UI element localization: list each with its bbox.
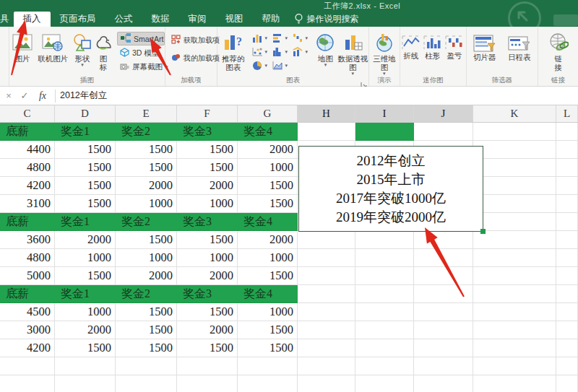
cell[interactable]: 奖金3 [177, 213, 238, 231]
cell[interactable] [116, 375, 177, 392]
cell[interactable]: 1500 [177, 141, 238, 159]
cell[interactable]: 4200 [0, 339, 55, 357]
cell[interactable]: 1500 [55, 159, 116, 177]
cancel-icon[interactable]: × [1, 90, 16, 101]
tab-formulas[interactable]: 公式 [105, 12, 142, 27]
cell[interactable]: 1500 [55, 267, 116, 285]
cell[interactable]: 1500 [238, 321, 298, 339]
cell[interactable] [556, 231, 578, 249]
column-header-F[interactable]: F [177, 105, 238, 122]
sparkline-line-button[interactable]: 折线 [400, 32, 422, 60]
cell[interactable]: 2000 [177, 177, 238, 195]
cell[interactable] [298, 267, 355, 285]
cell[interactable] [355, 231, 414, 249]
column-header-I[interactable]: I [355, 105, 414, 122]
timeline-button[interactable]: 日程表 [504, 32, 535, 61]
cell[interactable] [0, 357, 55, 375]
tab-insert[interactable]: 插入 [14, 12, 51, 27]
cell[interactable] [414, 339, 473, 357]
chart-type-pie-button[interactable]: ▾ [251, 58, 272, 72]
cell[interactable] [55, 375, 116, 392]
cell[interactable] [556, 249, 578, 267]
column-header-H[interactable]: H [298, 105, 355, 122]
cell[interactable]: 3600 [0, 231, 55, 249]
link-button[interactable]: 链 接 [545, 30, 571, 71]
cell[interactable] [556, 177, 578, 195]
online-pictures-button[interactable]: 联机图片 [35, 30, 71, 63]
column-header-G[interactable]: G [238, 105, 298, 122]
cell[interactable] [556, 267, 578, 285]
cell[interactable] [355, 303, 414, 321]
cell[interactable]: 1000 [238, 159, 298, 177]
pivot-chart-button[interactable]: 数据透视图 ▾ [337, 30, 368, 76]
cell[interactable]: 底薪 [0, 285, 55, 303]
3d-model-button[interactable]: 3D 模型 [117, 47, 165, 59]
my-addins-button[interactable]: 我的加载项 ▾ [168, 52, 217, 64]
cell[interactable]: 奖金2 [116, 123, 177, 141]
column-header-C[interactable]: C [0, 105, 55, 122]
recommended-charts-button[interactable]: ? 推荐的 图表 [217, 30, 249, 71]
cell[interactable] [556, 141, 578, 159]
chart-type-bar-button[interactable]: ▾ [272, 31, 292, 45]
cell[interactable] [298, 375, 355, 392]
cell[interactable] [238, 357, 298, 375]
cell[interactable] [556, 357, 578, 375]
fx-insert-function-icon[interactable]: fx [33, 90, 52, 102]
cell[interactable]: 1000 [116, 249, 177, 267]
cell[interactable]: 2000 [238, 141, 298, 159]
cell[interactable] [55, 357, 116, 375]
column-header-E[interactable]: E [116, 105, 177, 122]
cell[interactable]: 2000 [177, 321, 238, 339]
cell[interactable]: 1500 [116, 339, 177, 357]
cell[interactable] [355, 285, 414, 303]
cell[interactable] [473, 339, 556, 357]
cell[interactable] [414, 267, 473, 285]
cell[interactable]: 4800 [0, 249, 55, 267]
formula-input[interactable]: 2012年创立 [60, 90, 107, 102]
cell[interactable] [355, 339, 414, 357]
cell[interactable] [298, 123, 355, 141]
cell[interactable] [473, 195, 556, 213]
cell[interactable] [556, 213, 578, 231]
cell[interactable]: 奖金3 [177, 285, 238, 303]
cell[interactable]: 1500 [55, 141, 116, 159]
cell[interactable]: 奖金1 [55, 213, 116, 231]
smartart-button[interactable]: SmartArt [117, 32, 165, 45]
cell[interactable] [473, 357, 556, 375]
cell[interactable] [473, 141, 556, 159]
cell[interactable] [355, 375, 414, 392]
cell[interactable]: 4200 [0, 177, 55, 195]
cell[interactable]: 2000 [55, 231, 116, 249]
cell[interactable]: 1500 [116, 303, 177, 321]
tell-me-search[interactable]: 操作说明搜索 [294, 12, 359, 27]
cell[interactable]: 1500 [116, 321, 177, 339]
tab-partial-left[interactable]: 具 [0, 12, 14, 27]
cell[interactable] [298, 357, 355, 375]
cell[interactable]: 1500 [177, 303, 238, 321]
cell[interactable]: 3100 [0, 195, 55, 213]
cell[interactable] [177, 375, 238, 392]
cell[interactable] [298, 249, 355, 267]
cell[interactable] [414, 123, 473, 141]
cell[interactable] [473, 177, 556, 195]
cell[interactable] [355, 267, 414, 285]
cell[interactable]: 1500 [116, 231, 177, 249]
cell[interactable]: 1500 [55, 195, 116, 213]
cell[interactable] [473, 159, 556, 177]
cell[interactable]: 1500 [177, 159, 238, 177]
sparkline-column-button[interactable]: 柱形 [422, 32, 444, 60]
cell[interactable]: 1000 [116, 195, 177, 213]
cell[interactable] [473, 321, 556, 339]
cell[interactable] [556, 321, 578, 339]
sparkline-winloss-button[interactable]: 盈亏 [444, 32, 465, 60]
cell[interactable]: 1500 [116, 141, 177, 159]
textbox-resize-handle[interactable] [480, 229, 486, 234]
cell[interactable]: 1500 [238, 339, 298, 357]
cell[interactable] [473, 267, 556, 285]
cell[interactable] [556, 123, 578, 141]
cell[interactable] [355, 321, 414, 339]
cell[interactable] [473, 213, 556, 231]
column-header-L[interactable]: L [556, 105, 578, 122]
screenshot-button[interactable]: 屏幕截图 ▾ [117, 61, 165, 73]
cell[interactable]: 1500 [55, 339, 116, 357]
